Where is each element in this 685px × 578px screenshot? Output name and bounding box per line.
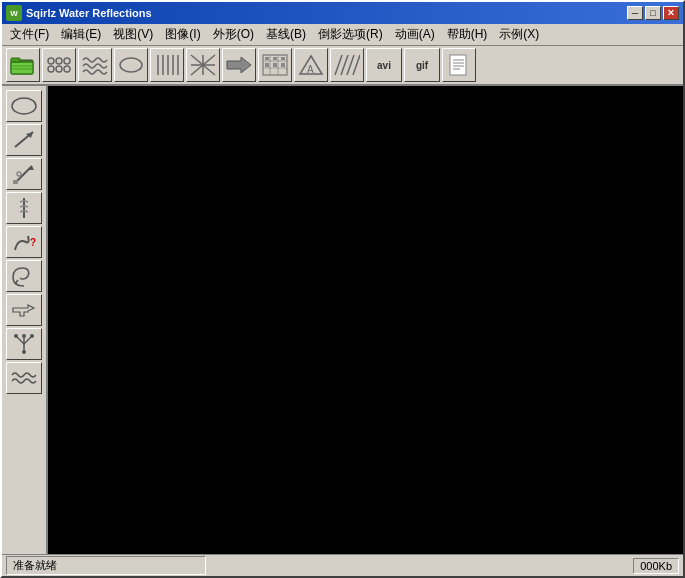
close-button[interactable]: ✕ [663,6,679,20]
arrow-button[interactable] [222,48,256,82]
status-text: 准备就绪 [6,556,206,575]
gun-tool-icon [10,298,38,322]
wave-vert-icon [10,196,38,220]
text-button[interactable]: A [294,48,328,82]
svg-point-8 [64,58,70,64]
spiral-tool-icon [10,264,38,288]
svg-point-51 [17,172,21,176]
tilde-tool-icon [10,366,38,390]
window-title: Sqirlz Water Reflections [26,7,152,19]
svg-text:A: A [307,64,314,75]
svg-rect-28 [265,57,269,60]
svg-rect-3 [12,63,32,73]
svg-point-9 [48,66,54,72]
svg-rect-49 [13,180,18,184]
svg-point-60 [30,334,34,338]
arrow-tool-button[interactable] [6,124,42,156]
svg-line-38 [347,55,354,75]
toolbar: A avi gif [2,46,683,86]
svg-point-12 [120,58,142,72]
svg-rect-32 [273,63,277,67]
svg-point-59 [22,334,26,338]
svg-point-45 [12,98,36,114]
svg-point-11 [64,66,70,72]
avi-button[interactable]: avi [366,48,402,82]
svg-point-6 [48,58,54,64]
wave2-icon [82,54,108,76]
pen-tool-button[interactable] [6,158,42,190]
spiral-tool-button[interactable] [6,260,42,292]
menu-examples[interactable]: 示例(X) [493,24,545,45]
gif-label: gif [416,60,428,71]
lines-button[interactable] [150,48,184,82]
arrow-tool-icon [10,128,38,152]
status-size: 000Kb [633,558,679,574]
svg-rect-40 [450,55,466,75]
menu-bar: 文件(F) 编辑(E) 视图(V) 图像(I) 外形(O) 基线(B) 倒影选项… [2,24,683,46]
curve-tool-icon: ? [10,230,38,254]
title-buttons: ─ □ ✕ [627,6,679,20]
title-bar-left: W Sqirlz Water Reflections [6,5,152,21]
menu-edit[interactable]: 编辑(E) [55,24,107,45]
slash-button[interactable] [330,48,364,82]
pen-tool-icon [10,162,38,186]
multi-tool-icon [10,332,38,356]
svg-rect-33 [281,63,285,67]
svg-rect-2 [11,58,20,62]
svg-point-58 [14,334,18,338]
minimize-button[interactable]: ─ [627,6,643,20]
options-icon [448,54,470,76]
svg-rect-31 [265,63,269,67]
gun-tool-button[interactable] [6,294,42,326]
ellipse-button[interactable] [114,48,148,82]
svg-rect-30 [281,57,285,60]
svg-line-48 [16,166,32,182]
wave1-icon [46,54,72,76]
lines-icon [154,54,180,76]
avi-label: avi [377,60,391,71]
menu-reflection-options[interactable]: 倒影选项(R) [312,24,389,45]
main-area: ? [2,86,683,554]
svg-point-61 [22,350,26,354]
slash-icon [334,54,360,76]
tilde-tool-button[interactable] [6,362,42,394]
options-button[interactable] [442,48,476,82]
menu-animation[interactable]: 动画(A) [389,24,441,45]
svg-line-39 [353,55,360,75]
menu-view[interactable]: 视图(V) [107,24,159,45]
wave2-button[interactable] [78,48,112,82]
canvas[interactable] [48,86,683,554]
left-toolbar: ? [2,86,48,554]
wave-tool-button[interactable] [6,192,42,224]
curve-tool-button[interactable]: ? [6,226,42,258]
menu-image[interactable]: 图像(I) [159,24,206,45]
texture-icon [262,54,288,76]
ellipse-tool-icon [10,94,38,118]
folder-icon [10,54,36,76]
gif-button[interactable]: gif [404,48,440,82]
ellipse-tool-button[interactable] [6,90,42,122]
multi-tool-button[interactable] [6,328,42,360]
status-bar: 准备就绪 000Kb [2,554,683,576]
texture-button[interactable] [258,48,292,82]
svg-point-7 [56,58,62,64]
svg-text:?: ? [30,237,36,248]
open-button[interactable] [6,48,40,82]
maximize-button[interactable]: □ [645,6,661,20]
menu-shape[interactable]: 外形(O) [207,24,260,45]
app-icon: W [6,5,22,21]
svg-line-37 [341,55,348,75]
cross-icon [190,54,216,76]
svg-point-10 [56,66,62,72]
menu-help[interactable]: 帮助(H) [441,24,494,45]
title-bar: W Sqirlz Water Reflections ─ □ ✕ [2,2,683,24]
svg-rect-29 [273,57,277,60]
text-icon: A [298,54,324,76]
menu-file[interactable]: 文件(F) [4,24,55,45]
wave1-button[interactable] [42,48,76,82]
cross-button[interactable] [186,48,220,82]
menu-baseline[interactable]: 基线(B) [260,24,312,45]
svg-marker-22 [227,57,251,73]
ellipse-icon [118,54,144,76]
main-window: W Sqirlz Water Reflections ─ □ ✕ 文件(F) 编… [0,0,685,578]
